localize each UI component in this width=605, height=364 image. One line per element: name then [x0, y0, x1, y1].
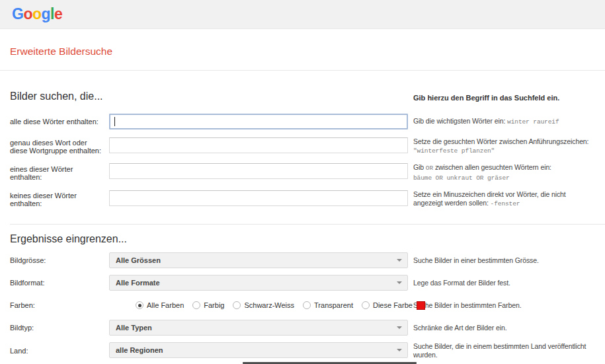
helper-text-segment: Setze ein Minuszeichen direkt vor Wörter… — [413, 190, 566, 207]
field-label: Bildgrösse: — [10, 252, 109, 268]
helper-text: Setze ein Minuszeichen direkt vor Wörter… — [408, 190, 596, 208]
code-example: -fenster — [491, 200, 520, 207]
select-value: alle Regionen — [116, 346, 163, 354]
helper-text: Suche Bilder, die in einem bestimmten La… — [408, 342, 596, 359]
field-control: alle Regionen — [109, 342, 408, 359]
radio-option-transparent[interactable]: Transparent — [303, 301, 353, 309]
keines-dieser-worter-enthalten-input[interactable] — [109, 190, 408, 206]
genau-dieses-wort-oder-diese-wortgruppe-enthalten-row: genau dieses Wort oder diese Wortgruppe … — [10, 137, 605, 155]
field-control: Alle Formate — [109, 275, 408, 291]
helper-text: Gib OR zwischen allen gesuchten Wörtern … — [408, 163, 596, 182]
filter-rows: Bildgrösse:Alle GrössenSuche Bilder in e… — [10, 252, 605, 364]
code-example: OR — [426, 164, 433, 172]
field-control: Alle FarbenFarbigSchwarz-WeissTransparen… — [109, 297, 408, 313]
field-label: genau dieses Wort oder diese Wortgruppe … — [10, 137, 109, 155]
helper-column-heading: Gib hierzu den Begriff in das Suchfeld e… — [408, 94, 596, 102]
radio-label: Schwarz-Weiss — [244, 301, 294, 309]
helper-text: Gib die wichtigsten Wörter ein: winter r… — [408, 117, 596, 127]
app-header: Google — [0, 0, 605, 29]
land-select[interactable]: alle Regionen — [109, 342, 408, 358]
eines-dieser-worter-enthalten-input[interactable] — [109, 163, 408, 179]
logo-letter: o — [23, 5, 32, 23]
helper-text-segment: Suche Bilder in einer bestimmten Grösse. — [413, 256, 539, 264]
radio-option-diese-farbe[interactable]: Diese Farbe — [362, 301, 425, 310]
helper-text: Setze die gesuchten Wörter zwischen Anfü… — [408, 137, 596, 155]
bildgrosse-row: Bildgrösse:Alle GrössenSuche Bilder in e… — [10, 252, 605, 268]
farben-radio-group: Alle FarbenFarbigSchwarz-WeissTransparen… — [109, 297, 408, 313]
helper-text-segment: Setze die gesuchten Wörter zwischen Anfü… — [413, 137, 588, 145]
eines-dieser-worter-enthalten-row: eines dieser Wörter enthalten:Gib OR zwi… — [10, 163, 605, 182]
radio-unselected-icon[interactable] — [362, 301, 370, 309]
chevron-down-icon — [397, 281, 402, 284]
field-label: Farben: — [10, 297, 109, 313]
land-row: Land:alle RegionenSuche Bilder, die in e… — [10, 342, 605, 359]
bildformat-row: Bildformat:Alle FormateLege das Format d… — [10, 275, 605, 291]
radio-selected-icon[interactable] — [136, 301, 143, 309]
helper-text-segment: Lege das Format der Bilder fest. — [413, 279, 510, 287]
radio-label: Diese Farbe — [373, 301, 413, 309]
logo-letter: g — [42, 5, 51, 23]
search-rows: alle diese Wörter enthalten:Gib die wich… — [10, 114, 605, 208]
field-control: Alle Grössen — [109, 252, 408, 268]
field-control — [109, 137, 408, 155]
field-control — [109, 114, 408, 129]
genau-dieses-wort-oder-diese-wortgruppe-enthalten-input[interactable] — [109, 137, 408, 153]
text-caret — [114, 117, 115, 126]
section-filter: Ergebnisse eingrenzen... Bildgrösse:Alle… — [10, 225, 605, 364]
helper-text-segment: Schränke die Art der Bilder ein. — [413, 324, 507, 332]
radio-option-farbig[interactable]: Farbig — [192, 301, 224, 309]
chevron-down-icon — [397, 349, 402, 351]
google-logo[interactable]: Google — [12, 5, 62, 23]
main-content: Bilder suchen, die... Gib hierzu den Beg… — [0, 71, 605, 364]
alle-diese-worter-enthalten-row: alle diese Wörter enthalten:Gib die wich… — [10, 114, 605, 129]
helper-text: Suche Bilder in einer bestimmten Grösse. — [408, 256, 596, 265]
radio-unselected-icon[interactable] — [303, 301, 311, 309]
page-title: Erweiterte Bildersuche — [10, 46, 112, 57]
keines-dieser-worter-enthalten-row: keines dieser Wörter enthalten:Setze ein… — [10, 190, 605, 208]
logo-letter: o — [32, 5, 42, 23]
radio-unselected-icon[interactable] — [233, 301, 241, 309]
field-label: Land: — [10, 342, 109, 359]
helper-text-segment: Suche Bilder in bestimmten Farben. — [413, 301, 522, 309]
bildtyp-row: Bildtyp:Alle TypenSchränke die Art der B… — [10, 320, 605, 336]
chevron-down-icon — [397, 326, 402, 329]
bildformat-select[interactable]: Alle Formate — [109, 275, 408, 291]
helper-text-segment: zwischen allen gesuchten Wörtern ein: — [433, 163, 551, 171]
radio-unselected-icon[interactable] — [192, 301, 200, 309]
field-label: eines dieser Wörter enthalten: — [10, 163, 109, 182]
page: Google Erweiterte Bildersuche Bilder suc… — [0, 0, 605, 364]
field-control — [109, 190, 408, 208]
logo-letter: e — [54, 5, 62, 23]
helper-text-segment: Suche Bilder, die in einem bestimmten La… — [413, 342, 586, 359]
code-example: "winterfeste pflanzen" — [413, 147, 495, 155]
alle-diese-worter-enthalten-input[interactable] — [109, 114, 408, 129]
field-label: Bildformat: — [10, 275, 109, 291]
field-label: alle diese Wörter enthalten: — [10, 114, 109, 129]
field-label: Bildtyp: — [10, 320, 109, 336]
radio-label: Farbig — [204, 301, 224, 309]
helper-text-segment: Gib — [413, 163, 426, 171]
bildgrosse-select[interactable]: Alle Grössen — [109, 252, 408, 268]
radio-label: Transparent — [314, 301, 353, 309]
helper-text: Lege das Format der Bilder fest. — [408, 279, 596, 287]
radio-option-schwarz-weiss[interactable]: Schwarz-Weiss — [233, 301, 294, 309]
page-title-bar: Erweiterte Bildersuche — [0, 29, 605, 71]
field-control: Alle Typen — [109, 320, 408, 336]
chevron-down-icon — [397, 259, 402, 262]
radio-option-alle-farben[interactable]: Alle Farben — [136, 301, 184, 309]
code-example: winter raureif — [507, 118, 559, 126]
section-search: Bilder suchen, die... Gib hierzu den Beg… — [10, 71, 605, 208]
radio-label: Alle Farben — [147, 301, 184, 309]
field-label: keines dieser Wörter enthalten: — [10, 190, 109, 208]
helper-text-segment: Gib die wichtigsten Wörter ein: — [413, 117, 507, 125]
select-value: Alle Formate — [116, 279, 160, 287]
search-section-heading: Bilder suchen, die... — [10, 91, 408, 102]
farben-row: Farben:Alle FarbenFarbigSchwarz-WeissTra… — [10, 297, 605, 313]
bildtyp-select[interactable]: Alle Typen — [109, 320, 408, 336]
select-value: Alle Grössen — [116, 256, 161, 264]
color-swatch[interactable] — [417, 301, 425, 310]
logo-letter: G — [12, 5, 23, 23]
field-control — [109, 163, 408, 182]
helper-text: Suche Bilder in bestimmten Farben. — [408, 301, 596, 310]
code-example: bäume OR unkraut OR gräser — [413, 174, 510, 182]
